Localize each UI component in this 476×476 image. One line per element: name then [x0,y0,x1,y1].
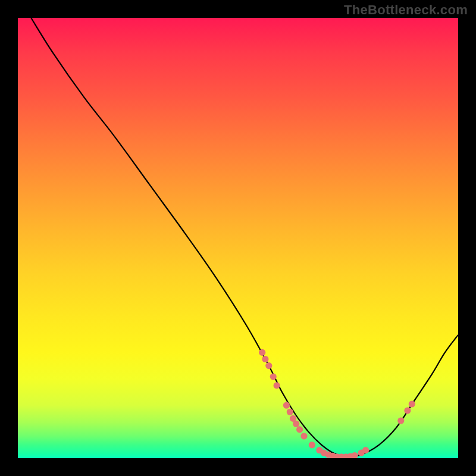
bottleneck-curve [31,18,458,457]
chart-plot-area [18,18,458,458]
chart-point [352,452,358,458]
chart-point [309,441,315,448]
chart-point [362,447,369,453]
chart-point [409,400,415,407]
chart-point [283,402,290,409]
chart-point [265,362,272,369]
chart-point [300,433,307,439]
chart-point [397,418,404,424]
chart-point [404,407,411,414]
chart-svg [18,18,458,458]
chart-point [259,349,265,356]
chart-point [296,426,303,433]
chart-data-points [259,349,415,458]
chart-point [287,409,293,415]
chart-point [274,382,280,389]
watermark-text: TheBottleneck.com [344,2,468,18]
chart-point [270,374,277,380]
chart-point [293,421,299,427]
chart-point [262,356,268,362]
